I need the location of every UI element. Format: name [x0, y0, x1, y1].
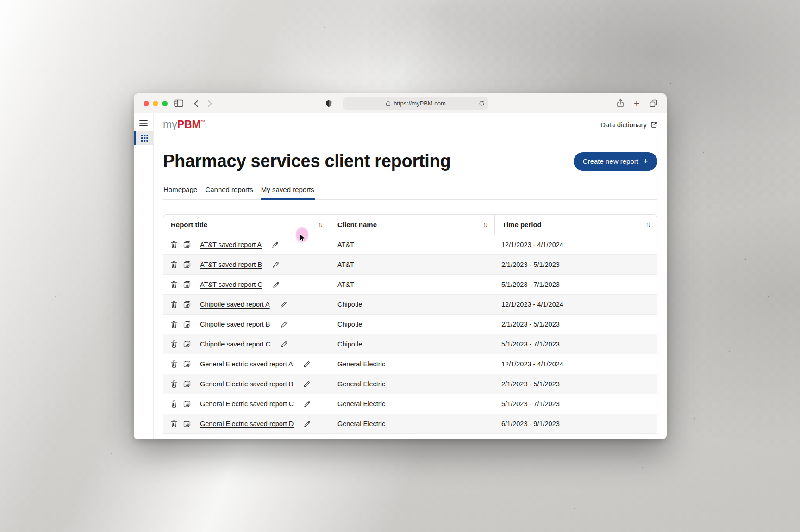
- delete-report-icon[interactable]: [171, 360, 177, 368]
- table-row: General Electric saved report B General …: [163, 374, 657, 394]
- grid-icon: [141, 135, 148, 142]
- table-row: AT&T saved report A AT&T 12/1/2023 - 4/1…: [163, 235, 657, 254]
- client-name-cell: AT&T: [330, 235, 494, 254]
- table-row: Chipotle saved report B Chipotle 2/1/202…: [163, 314, 657, 334]
- report-title-link[interactable]: Chipotle saved report C: [200, 340, 270, 348]
- tab-overview-icon[interactable]: [650, 93, 657, 113]
- time-period-cell: 2/1/2023 - 5/1/2023: [494, 255, 657, 274]
- privacy-shield-icon[interactable]: [325, 93, 332, 113]
- column-header-client-name[interactable]: Client name ↑↓: [330, 215, 494, 235]
- time-period-cell: 12/1/2023 - 4/1/2024: [494, 354, 657, 374]
- edit-title-icon[interactable]: [273, 281, 280, 288]
- table-body: AT&T saved report A AT&T 12/1/2023 - 4/1…: [163, 235, 657, 433]
- delete-report-icon[interactable]: [171, 380, 177, 388]
- duplicate-report-icon[interactable]: [183, 340, 191, 348]
- tab-canned-reports[interactable]: Canned reports: [205, 182, 253, 200]
- forward-icon[interactable]: [207, 93, 213, 113]
- duplicate-report-icon[interactable]: [183, 301, 191, 308]
- browser-window: https://myPBM.com +: [134, 93, 667, 439]
- page-title: Pharmacy services client reporting: [163, 151, 450, 171]
- lock-icon: [386, 100, 391, 106]
- report-title-link[interactable]: AT&T saved report A: [200, 241, 262, 248]
- report-title-link[interactable]: General Electric saved report D: [200, 420, 294, 427]
- client-name-cell: General Electric: [330, 374, 494, 394]
- new-tab-icon[interactable]: +: [634, 93, 639, 113]
- delete-report-icon[interactable]: [171, 420, 177, 427]
- left-rail: [134, 113, 154, 439]
- logo-prefix: my: [163, 118, 177, 131]
- create-new-report-label: Create new report: [583, 157, 638, 165]
- table-row-partial: [163, 433, 657, 439]
- duplicate-report-icon[interactable]: [183, 261, 191, 268]
- edit-title-icon[interactable]: [303, 381, 310, 388]
- duplicate-report-icon[interactable]: [183, 420, 191, 427]
- client-name-cell: General Electric: [330, 394, 494, 414]
- delete-report-icon[interactable]: [171, 281, 177, 288]
- traffic-lights: [144, 93, 168, 113]
- edit-title-icon[interactable]: [280, 301, 287, 308]
- column-header-time-period[interactable]: Time period ↑↓: [494, 215, 657, 235]
- data-dictionary-label: Data dictionary: [600, 121, 647, 129]
- url-text: https://myPBM.com: [394, 100, 446, 107]
- time-period-cell: 5/1/2023 - 7/1/2023: [494, 275, 657, 294]
- table-row: General Electric saved report D General …: [163, 414, 657, 433]
- fullscreen-button[interactable]: [162, 101, 168, 106]
- edit-title-icon[interactable]: [272, 261, 279, 268]
- duplicate-report-icon[interactable]: [183, 321, 191, 328]
- report-title-link[interactable]: Chipotle saved report A: [200, 301, 270, 308]
- edit-title-icon[interactable]: [304, 401, 311, 408]
- data-dictionary-link[interactable]: Data dictionary: [600, 121, 657, 129]
- desktop-background: https://myPBM.com +: [0, 0, 800, 532]
- time-period-cell: 5/1/2023 - 7/1/2023: [494, 394, 657, 414]
- minimize-button[interactable]: [153, 101, 158, 106]
- report-title-link[interactable]: Chipotle saved report B: [200, 321, 270, 328]
- report-title-link[interactable]: AT&T saved report C: [200, 281, 262, 288]
- duplicate-report-icon[interactable]: [183, 360, 191, 368]
- create-new-report-button[interactable]: Create new report +: [574, 152, 657, 171]
- duplicate-report-icon[interactable]: [183, 241, 191, 248]
- duplicate-report-icon[interactable]: [183, 400, 191, 408]
- client-name-cell: General Electric: [330, 414, 494, 433]
- report-title-link[interactable]: General Electric saved report A: [200, 360, 293, 368]
- delete-report-icon[interactable]: [171, 400, 177, 408]
- close-button[interactable]: [144, 101, 149, 106]
- table-header: Report title ↑↓ Client name ↑↓ Time peri…: [163, 215, 657, 235]
- saved-reports-table: Report title ↑↓ Client name ↑↓ Time peri…: [163, 214, 657, 439]
- delete-report-icon[interactable]: [171, 340, 177, 348]
- browser-toolbar: https://myPBM.com +: [134, 93, 667, 113]
- tab-my-saved-reports[interactable]: My saved reports: [261, 182, 315, 200]
- edit-title-icon[interactable]: [304, 421, 311, 427]
- report-title-link[interactable]: General Electric saved report C: [200, 400, 294, 408]
- duplicate-report-icon[interactable]: [183, 281, 191, 288]
- delete-report-icon[interactable]: [171, 301, 177, 308]
- back-icon[interactable]: [193, 93, 199, 113]
- plus-icon: +: [643, 157, 648, 166]
- edit-title-icon[interactable]: [272, 241, 279, 248]
- tab-homepage[interactable]: Homepage: [163, 182, 198, 200]
- logo-brand: PBM: [177, 118, 201, 131]
- sort-icon: ↑↓: [646, 222, 651, 228]
- reload-icon[interactable]: [479, 100, 485, 106]
- time-period-cell: 5/1/2023 - 7/1/2023: [494, 334, 657, 354]
- delete-report-icon[interactable]: [171, 321, 177, 328]
- column-header-report-title[interactable]: Report title ↑↓: [163, 215, 330, 235]
- rail-item-reports[interactable]: [134, 131, 153, 145]
- report-tabs: Homepage Canned reports My saved reports: [163, 182, 657, 200]
- sidebar-toggle-icon[interactable]: [174, 93, 183, 113]
- edit-title-icon[interactable]: [281, 341, 288, 348]
- duplicate-report-icon[interactable]: [183, 380, 191, 388]
- report-title-link[interactable]: AT&T saved report B: [200, 261, 262, 268]
- external-link-icon: [650, 121, 657, 128]
- delete-report-icon[interactable]: [171, 241, 177, 248]
- report-title-link[interactable]: General Electric saved report B: [200, 380, 293, 388]
- url-bar[interactable]: https://myPBM.com: [343, 97, 488, 110]
- client-name-cell: Chipotle: [330, 295, 494, 314]
- share-icon[interactable]: [617, 93, 624, 113]
- table-row: AT&T saved report B AT&T 2/1/2023 - 5/1/…: [163, 254, 657, 274]
- app-header: myPBM™ Data dictionary: [154, 113, 667, 136]
- menu-icon[interactable]: [134, 120, 153, 126]
- table-row: AT&T saved report C AT&T 5/1/2023 - 7/1/…: [163, 274, 657, 294]
- edit-title-icon[interactable]: [281, 321, 288, 328]
- edit-title-icon[interactable]: [303, 361, 310, 368]
- delete-report-icon[interactable]: [171, 261, 177, 268]
